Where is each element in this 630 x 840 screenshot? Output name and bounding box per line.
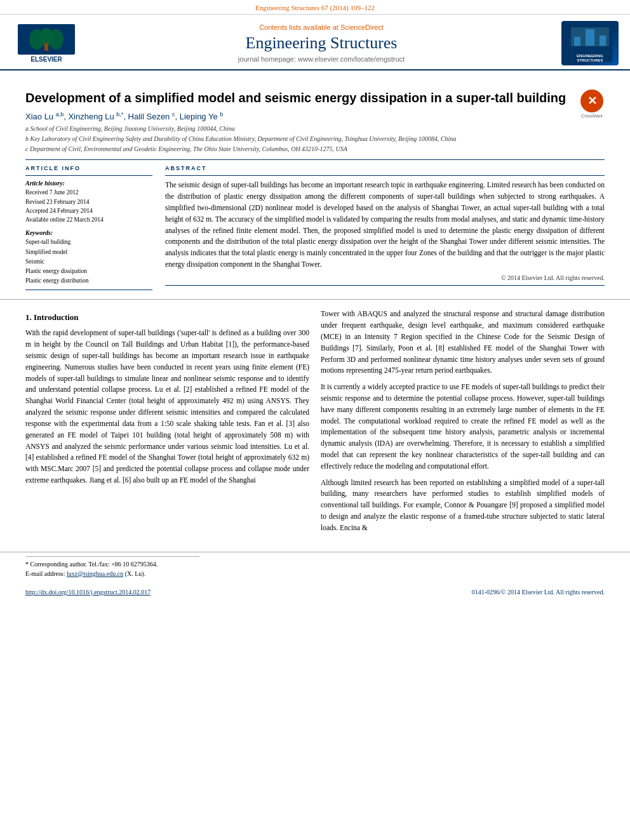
svg-text:ENGINEERING: ENGINEERING [577,54,603,58]
svg-text:STRUCTURES: STRUCTURES [577,58,603,62]
article-title-section: Development of a simplified model and se… [25,90,605,160]
svg-rect-8 [574,37,580,46]
email-link[interactable]: luxz@tsinghua.edu.cn [67,570,123,577]
abstract-box: The seismic design of super-tall buildin… [165,175,605,286]
crossmark-label: CrossMark [581,114,603,118]
elsevier-text: ELSEVIER [30,56,62,63]
keyword-1: Super-tall building [25,237,152,247]
journal-title: Engineering Structures [81,34,561,53]
revised-date: Revised 23 February 2014 [25,197,152,206]
accepted-date: Accepted 24 February 2014 [25,206,152,215]
affiliation-c: c Department of Civil, Environmental and… [25,144,573,154]
svg-rect-4 [44,43,48,51]
authors: Xiao Lu a,b, Xinzheng Lu b,*, Halil Seze… [25,111,573,121]
crossmark: ✕ CrossMark [579,90,605,118]
abstract-label: ABSTRACT [165,165,605,171]
keywords-label: Keywords: [25,229,152,236]
issn: 0141-0296/© 2014 Elsevier Ltd. All right… [472,589,605,596]
journal-citation: Engineering Structures 67 (2014) 109–122 [255,4,375,11]
received-date: Received 7 June 2012 [25,188,152,197]
doi-section: http://dx.doi.org/10.1016/j.engstruct.20… [0,585,630,598]
section-divider [0,299,630,300]
article-history: Article history: Received 7 June 2012 Re… [25,180,152,224]
journal-center: Contents lists available at ScienceDirec… [81,23,561,63]
article-info-box: Article history: Received 7 June 2012 Re… [25,175,152,290]
keyword-5: Plastic energy distribution [25,276,152,286]
keyword-3: Seismic [25,257,152,267]
svg-point-3 [48,29,64,50]
article-info-abstract: ARTICLE INFO Article history: Received 7… [25,165,605,290]
affiliation-b: b Key Laboratory of Civil Engineering Sa… [25,134,573,143]
intro-paragraph-2: Tower with ABAQUS and analyzed the struc… [321,309,605,377]
keywords-list: Super-tall building Simplified model Sei… [25,237,152,286]
svg-rect-7 [586,29,594,46]
body-left-col: 1. Introduction With the rapid developme… [25,309,309,538]
article-info-label: ARTICLE INFO [25,165,152,171]
article-title: Development of a simplified model and se… [25,90,573,106]
article-info-col: ARTICLE INFO Article history: Received 7… [25,165,152,290]
sciencedirect-link: Contents lists available at ScienceDirec… [81,23,561,31]
abstract-col: ABSTRACT The seismic design of super-tal… [165,165,605,290]
intro-paragraph-3: It is currently a widely accepted practi… [321,382,605,472]
elsevier-logo-img [18,24,75,55]
main-content: Development of a simplified model and se… [0,70,630,290]
article-title-text: Development of a simplified model and se… [25,90,573,154]
intro-section-title: 1. Introduction [25,311,309,324]
journal-header: ELSEVIER Contents lists available at Sci… [0,15,630,70]
journal-logo-right: ENGINEERING STRUCTURES [561,21,619,65]
doi-link[interactable]: http://dx.doi.org/10.1016/j.engstruct.20… [25,589,151,596]
intro-paragraph-4: Although limited research has been repor… [321,477,605,534]
affiliations: a School of Civil Engineering, Beijing J… [25,124,573,154]
abstract-text: The seismic design of super-tall buildin… [165,180,605,270]
elsevier-logo: ELSEVIER [11,24,81,63]
crossmark-icon: ✕ [580,90,603,112]
body-columns: 1. Introduction With the rapid developme… [0,309,630,551]
history-label: Article history: [25,180,152,187]
body-right-col: Tower with ABAQUS and analyzed the struc… [321,309,605,538]
journal-header-top: Engineering Structures 67 (2014) 109–122 [0,0,630,15]
footnote-email: E-mail address: luxz@tsinghua.edu.cn (X.… [25,569,605,578]
copyright: © 2014 Elsevier Ltd. All rights reserved… [165,274,605,281]
footnote-corresponding: * Corresponding author. Tel./fax: +86 10… [25,559,605,569]
keywords-section: Keywords: Super-tall building Simplified… [25,229,152,286]
intro-paragraph-1: With the rapid development of super-tall… [25,328,309,486]
keyword-4: Plastic energy dissipation [25,267,152,276]
keyword-2: Simplified model [25,248,152,257]
affiliation-a: a School of Civil Engineering, Beijing J… [25,124,573,133]
footnote-section: * Corresponding author. Tel./fax: +86 10… [0,552,630,585]
svg-rect-9 [600,36,606,46]
journal-homepage: journal homepage: www.elsevier.com/locat… [81,55,561,63]
available-date: Available online 22 March 2014 [25,215,152,224]
